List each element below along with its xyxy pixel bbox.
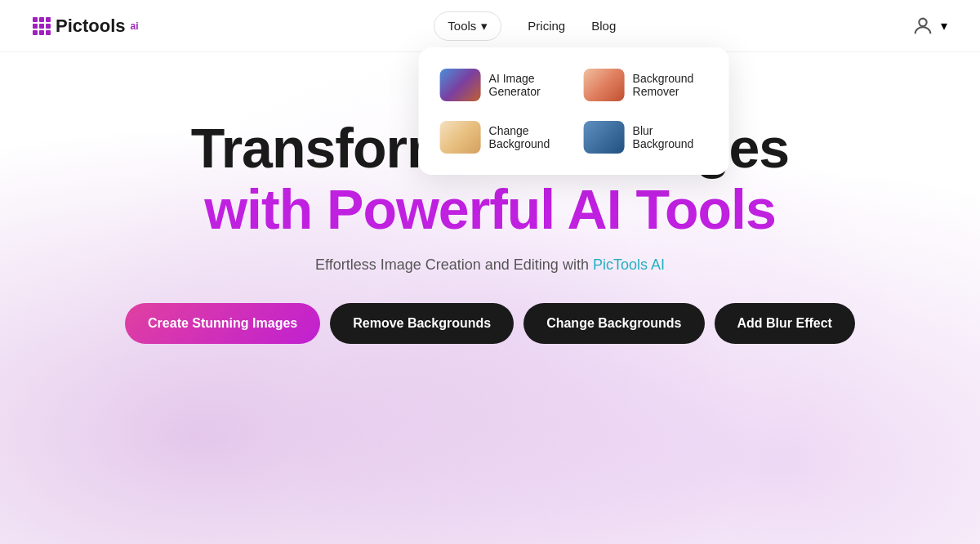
remove-backgrounds-button[interactable]: Remove Backgrounds [330,303,514,344]
tools-menu-button[interactable]: Tools ▾ [434,11,501,41]
cta-buttons: Create Stunning Images Remove Background… [125,303,855,344]
dropdown-item-blur-bg[interactable]: Blur Background [579,116,713,158]
hero-subtitle-plain: Effortless Image Creation and Editing wi… [315,256,593,273]
tools-dropdown: AI Image Generator Background Remover Ch… [419,47,729,175]
dropdown-item-change-bg[interactable]: Change Background [435,116,569,158]
ai-generator-thumb [440,69,481,101]
user-menu[interactable]: ▾ [911,15,947,38]
blur-bg-label: Blur Background [633,124,708,150]
change-bg-label: Change Background [489,124,564,150]
change-backgrounds-button[interactable]: Change Backgrounds [523,303,704,344]
hero-subtitle-brand: PicTools AI [593,256,665,273]
navbar: Pictoolsai Tools ▾ Pricing Blog ▾ [0,0,980,52]
add-blur-button[interactable]: Add Blur Effect [715,303,855,344]
tools-label: Tools [448,19,476,33]
ai-generator-label: AI Image Generator [489,72,564,98]
user-chevron-icon: ▾ [941,18,947,33]
dropdown-item-ai-generator[interactable]: AI Image Generator [435,64,569,106]
user-icon [911,15,934,38]
create-stunning-button[interactable]: Create Stunning Images [125,303,320,344]
bg-remover-label: Background Remover [633,72,708,98]
logo-text: Pictools [56,16,126,37]
bg-remover-thumb [584,69,625,101]
chevron-down-icon: ▾ [481,19,488,33]
hero-subtitle: Effortless Image Creation and Editing wi… [315,256,665,274]
logo[interactable]: Pictoolsai [33,16,139,37]
logo-ai: ai [131,20,139,32]
change-bg-thumb [440,121,481,154]
logo-icon [33,17,51,35]
hero-title-line2: with Powerful AI Tools [204,179,776,240]
nav-center: Tools ▾ Pricing Blog [434,11,616,41]
pricing-link[interactable]: Pricing [528,19,565,33]
dropdown-item-bg-remover[interactable]: Background Remover [579,64,713,106]
blur-bg-thumb [584,121,625,154]
svg-point-0 [919,18,926,25]
blog-link[interactable]: Blog [591,19,616,33]
dropdown-grid: AI Image Generator Background Remover Ch… [435,64,713,158]
